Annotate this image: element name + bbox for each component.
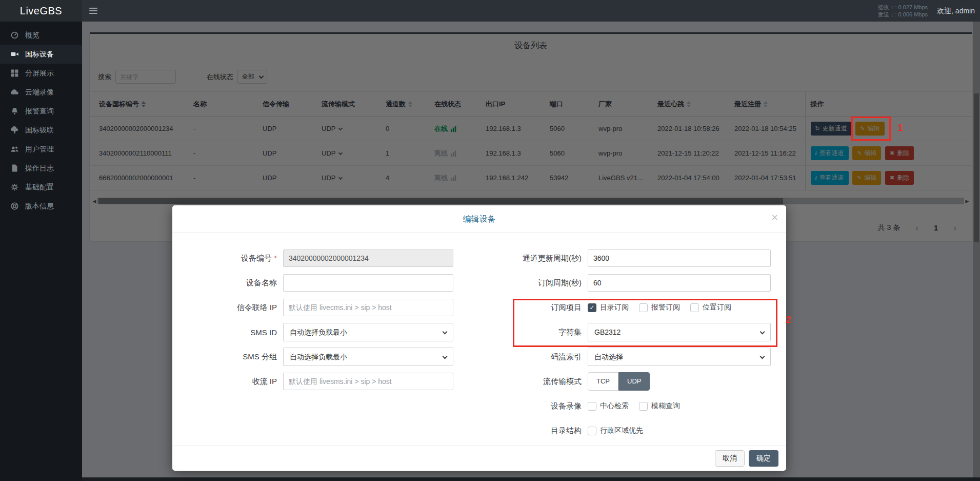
- center-search-checkbox[interactable]: 中心检索: [588, 401, 629, 411]
- sidebar-item-user-management[interactable]: 用户管理: [0, 140, 82, 159]
- welcome-user-menu[interactable]: 欢迎, admin: [935, 0, 980, 22]
- header-right: 接收 ↑ : 0.027 Mbps 发送 ↓ : 0.006 Mbps 欢迎, …: [878, 0, 980, 22]
- sidebar-item-label: 操作日志: [25, 164, 54, 173]
- sidebar-item-label: 报警查询: [25, 107, 54, 116]
- colon: :: [895, 11, 896, 17]
- required-asterisk: *: [274, 254, 277, 262]
- sms-id-label: SMS ID: [191, 328, 283, 337]
- annotation-number-1: 1: [897, 122, 903, 133]
- sidebar-item-label: 云端录像: [25, 88, 54, 97]
- stream-index-label: 码流索引: [501, 352, 588, 362]
- modal-header: 编辑设备 ×: [172, 205, 786, 233]
- sidebar-item-version-info[interactable]: 版本信息: [0, 197, 82, 216]
- alarm-subscribe-checkbox[interactable]: 报警订阅: [639, 303, 680, 312]
- send-label: 发送: [878, 11, 889, 17]
- stream-index-select[interactable]: 自动选择: [588, 348, 771, 366]
- colon: :: [895, 4, 896, 10]
- sidebar-item-gb-cascade[interactable]: 国标级联: [0, 121, 82, 140]
- subscribe-interval-label: 订阅周期(秒): [501, 278, 588, 288]
- annotation-number-2: 2: [786, 314, 791, 325]
- sidebar-item-operation-log[interactable]: 操作日志: [0, 159, 82, 178]
- modal-left-column: 设备编号 * 设备名称 信令联络 IP SMS ID 自动选择负载最小: [191, 249, 453, 397]
- hamburger-bar: [89, 13, 97, 14]
- channel-refresh-input[interactable]: [588, 249, 771, 267]
- sidebar-item-gb-devices[interactable]: 国标设备: [0, 45, 82, 64]
- up-arrow-icon: ↑: [891, 4, 894, 10]
- subscribe-options: ✓目录订阅 报警订阅 位置订阅: [588, 303, 731, 312]
- modal-title: 编辑设备: [172, 205, 786, 233]
- subscribe-interval-input[interactable]: [588, 274, 771, 292]
- position-subscribe-checkbox[interactable]: 位置订阅: [690, 303, 731, 312]
- sms-group-select[interactable]: 自动选择负载最小: [283, 348, 453, 366]
- grid-icon: [10, 69, 19, 78]
- cancel-button[interactable]: 取消: [715, 450, 745, 467]
- sidebar-item-split-screen[interactable]: 分屏展示: [0, 64, 82, 83]
- cloud-icon: [10, 88, 19, 97]
- fuzzy-query-checkbox[interactable]: 模糊查询: [639, 401, 680, 411]
- modal-right-column: 通道更新周期(秒) 订阅周期(秒) 订阅项目 ✓目录订阅 报警订阅 位置订阅: [501, 249, 771, 447]
- sip-host-label: 信令联络 IP: [191, 303, 283, 313]
- recv-label: 接收: [878, 4, 889, 10]
- bell-icon: [10, 107, 19, 116]
- sip-host-input[interactable]: [283, 299, 453, 316]
- modal-footer: 取消 确定: [172, 446, 786, 471]
- screen: LiveGBS 接收 ↑ : 0.027 Mbps 发送 ↓ : 0.006 M…: [0, 0, 980, 481]
- catalog-structure-label: 目录结构: [501, 426, 588, 436]
- recv-value: 0.027 Mbps: [898, 4, 928, 10]
- sidebar-item-basic-config[interactable]: 基础配置: [0, 178, 82, 197]
- channel-refresh-label: 通道更新周期(秒): [501, 254, 588, 263]
- send-value: 0.006 Mbps: [898, 11, 928, 17]
- confirm-button[interactable]: 确定: [749, 450, 778, 467]
- sidebar-item-cloud-record[interactable]: 云端录像: [0, 83, 82, 102]
- catalog-structure-options: 行政区域优先: [588, 426, 643, 435]
- charset-select[interactable]: GB2312: [588, 323, 771, 341]
- recv-ip-input[interactable]: [283, 373, 453, 390]
- hamburger-bar: [89, 8, 97, 9]
- hamburger-menu-icon[interactable]: [82, 0, 105, 22]
- sidebar-item-label: 基础配置: [25, 183, 54, 192]
- sidebar: 概览 国标设备 分屏展示 云端录像 报警查询 国标级联 用户管理 操作日志: [0, 22, 82, 481]
- sidebar-item-label: 版本信息: [25, 202, 54, 211]
- sidebar-item-label: 国标设备: [25, 50, 54, 59]
- device-id-label: 设备编号 *: [191, 254, 283, 263]
- subscribe-items-label: 订阅项目: [501, 303, 588, 313]
- sidebar-item-alarm-query[interactable]: 报警查询: [0, 102, 82, 121]
- device-id-input: [283, 249, 453, 267]
- device-name-input[interactable]: [283, 274, 453, 292]
- chevron-down-icon: [443, 354, 448, 359]
- network-stats: 接收 ↑ : 0.027 Mbps 发送 ↓ : 0.006 Mbps: [878, 4, 928, 18]
- recv-ip-label: 收流 IP: [191, 377, 283, 387]
- sms-id-select[interactable]: 自动选择负载最小: [283, 323, 453, 341]
- life-ring-icon: [10, 202, 19, 210]
- edit-device-modal: 编辑设备 × 设备编号 * 设备名称 信令联络 IP: [172, 205, 786, 471]
- sidebar-item-label: 分屏展示: [25, 69, 54, 78]
- file-icon: [10, 164, 19, 172]
- modal-body: 设备编号 * 设备名称 信令联络 IP SMS ID 自动选择负载最小: [172, 233, 786, 446]
- app-logo[interactable]: LiveGBS: [0, 0, 82, 22]
- chevron-down-icon: [760, 330, 765, 335]
- sms-group-label: SMS 分组: [191, 352, 283, 362]
- cloud-upload-icon: [10, 126, 19, 134]
- down-arrow-icon: ↓: [891, 11, 894, 17]
- stream-mode-toggle: TCP UDP: [588, 372, 650, 391]
- device-name-label: 设备名称: [191, 278, 283, 288]
- tcp-option[interactable]: TCP: [588, 372, 618, 391]
- main-content: 设备列表 搜索 在线状态 全部 设备国标编号 名称: [82, 22, 980, 481]
- admin-region-priority-checkbox[interactable]: 行政区域优先: [588, 426, 643, 435]
- close-icon[interactable]: ×: [771, 212, 778, 223]
- udp-option[interactable]: UDP: [618, 372, 650, 391]
- chevron-down-icon: [443, 330, 448, 335]
- hamburger-bar: [89, 10, 97, 11]
- device-record-options: 中心检索 模糊查询: [588, 401, 680, 411]
- stream-mode-label: 流传输模式: [501, 377, 588, 387]
- gauge-icon: [10, 31, 19, 40]
- device-record-label: 设备录像: [501, 401, 588, 411]
- chevron-down-icon: [760, 354, 765, 359]
- check-icon: ✓: [589, 304, 594, 311]
- catalog-subscribe-checkbox[interactable]: ✓目录订阅: [588, 303, 629, 312]
- sidebar-item-label: 用户管理: [25, 145, 54, 154]
- sidebar-item-overview[interactable]: 概览: [0, 26, 82, 45]
- video-camera-icon: [10, 50, 19, 59]
- sidebar-item-label: 国标级联: [25, 126, 54, 135]
- users-icon: [10, 145, 19, 153]
